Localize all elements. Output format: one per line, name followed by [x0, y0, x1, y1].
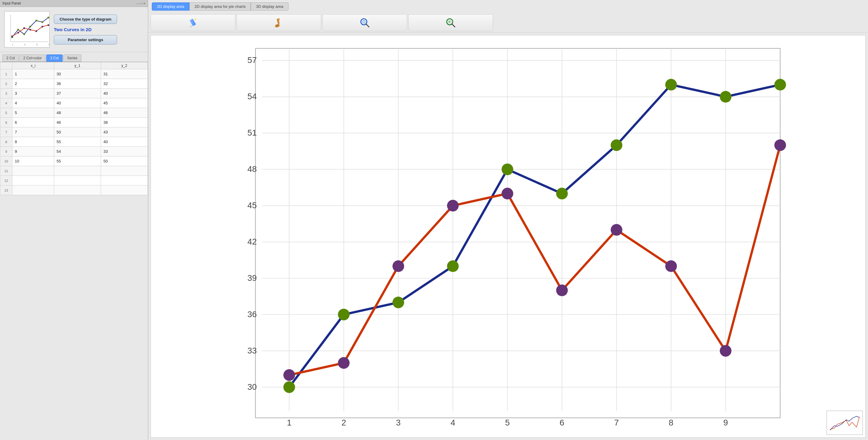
parameter-settings-button[interactable]: Parameter settings	[54, 35, 117, 45]
clear-icon	[273, 17, 284, 28]
cell-x[interactable]: 1	[12, 69, 54, 79]
cell-y1[interactable]: 55	[54, 156, 101, 166]
svg-text:✳: ✳	[448, 20, 451, 24]
tab-2d-pie[interactable]: 2D display area for pie charts	[189, 2, 251, 10]
cell-y1[interactable]	[54, 185, 101, 195]
svg-point-77	[283, 381, 295, 393]
cell-x[interactable]: 8	[12, 137, 54, 147]
cell-y1[interactable]: 50	[54, 127, 101, 137]
cell-y1[interactable]: 46	[54, 118, 101, 127]
cell-y1[interactable]: 30	[54, 69, 101, 79]
chart-thumbnail	[827, 411, 863, 435]
cell-y1[interactable]: 48	[54, 108, 101, 118]
cell-y2[interactable]: 46	[101, 108, 148, 118]
cell-y2[interactable]	[101, 166, 148, 176]
tab-3d-display[interactable]: 3D display area	[251, 2, 288, 10]
svg-point-13	[29, 29, 31, 31]
table-row[interactable]: 8 8 55 40	[0, 137, 148, 147]
col-tabs: 2 Col 2 Col+color 3 Col Series	[0, 52, 148, 62]
cell-x[interactable]	[12, 185, 54, 195]
table-row[interactable]: 4 4 40 45	[0, 98, 148, 108]
cell-x[interactable]: 4	[12, 98, 54, 108]
cell-y1[interactable]	[54, 166, 101, 176]
cell-y2[interactable]: 43	[101, 127, 148, 137]
cell-y2[interactable]: 50	[101, 156, 148, 166]
table-row[interactable]: 10 10 55 50	[0, 156, 148, 166]
col-header-y1: y_1	[54, 62, 101, 69]
cell-x[interactable]: 7	[12, 127, 54, 137]
clear-button[interactable]	[237, 14, 321, 31]
tab-2d-display[interactable]: 2D display area	[152, 2, 189, 10]
table-row[interactable]: 7 7 50 43	[0, 127, 148, 137]
svg-rect-97	[827, 411, 863, 435]
cell-x[interactable]: 5	[12, 108, 54, 118]
table-row[interactable]: 2 2 36 32	[0, 79, 148, 89]
svg-text:9: 9	[723, 418, 728, 427]
cell-x[interactable]: 2	[12, 79, 54, 89]
cell-y2[interactable]: 31	[101, 69, 148, 79]
row-number: 1	[0, 69, 12, 79]
svg-text:48: 48	[247, 164, 257, 174]
cell-y2[interactable]	[101, 185, 148, 195]
right-panel: 2D display area 2D display area for pie …	[148, 0, 868, 440]
svg-point-78	[338, 309, 350, 320]
cell-y2[interactable]	[101, 176, 148, 185]
svg-text:36: 36	[247, 310, 257, 319]
cell-x[interactable]: 3	[12, 89, 54, 98]
svg-point-8	[41, 21, 43, 23]
cell-y2[interactable]: 45	[101, 98, 148, 108]
cell-x[interactable]: 10	[12, 156, 54, 166]
cell-y1[interactable]	[54, 176, 101, 185]
tab-3col[interactable]: 3 Col	[46, 55, 63, 62]
row-number: 13	[0, 185, 12, 195]
col-header-y2: y_2	[101, 62, 148, 69]
table-row[interactable]: 5 5 48 46	[0, 108, 148, 118]
cell-y2[interactable]: 38	[101, 118, 148, 127]
svg-point-87	[283, 369, 295, 381]
svg-point-94	[665, 260, 677, 272]
tab-2col-color[interactable]: 2 Col+color	[19, 55, 46, 62]
svg-text:7: 7	[614, 418, 619, 427]
svg-point-79	[393, 297, 404, 309]
svg-point-5	[23, 33, 25, 35]
table-row[interactable]: 13	[0, 185, 148, 195]
cell-y2[interactable]: 40	[101, 89, 148, 98]
table-row[interactable]: 3 3 37 40	[0, 89, 148, 98]
table-row[interactable]: 9 9 54 33	[0, 147, 148, 156]
row-number: 2	[0, 79, 12, 89]
svg-point-16	[48, 24, 49, 26]
cell-y2[interactable]: 32	[101, 79, 148, 89]
cell-y1[interactable]: 54	[54, 147, 101, 156]
cell-y2[interactable]: 40	[101, 137, 148, 147]
cell-y2[interactable]: 33	[101, 147, 148, 156]
tab-series[interactable]: Series	[63, 55, 81, 62]
data-table-wrapper[interactable]: x_i y_1 y_2 1 1 30 31 2 2 36 32 3 3 37 4…	[0, 62, 148, 440]
svg-rect-0	[4, 11, 50, 48]
cell-x[interactable]: 6	[12, 118, 54, 127]
cell-x[interactable]: 9	[12, 147, 54, 156]
cell-x[interactable]	[12, 176, 54, 185]
cell-y1[interactable]: 36	[54, 79, 101, 89]
cell-y1[interactable]: 37	[54, 89, 101, 98]
cell-y1[interactable]: 40	[54, 98, 101, 108]
table-row[interactable]: 1 1 30 31	[0, 69, 148, 79]
zoom-fit-button[interactable]	[322, 14, 407, 31]
svg-text:42: 42	[247, 237, 257, 246]
svg-point-86	[774, 79, 786, 91]
table-row[interactable]: 11	[0, 166, 148, 176]
zoom-custom-button[interactable]: ✳	[408, 14, 493, 31]
draw-button[interactable]: ✦ ✦	[151, 14, 235, 31]
cell-x[interactable]	[12, 166, 54, 176]
row-number: 4	[0, 98, 12, 108]
svg-point-92	[556, 285, 568, 296]
cell-y1[interactable]: 55	[54, 137, 101, 147]
table-row[interactable]: 12	[0, 176, 148, 185]
choose-diagram-button[interactable]: Choose the type of diagram	[54, 14, 117, 24]
table-row[interactable]: 6 6 46 38	[0, 118, 148, 127]
tab-2col[interactable]: 2 Col	[2, 55, 19, 62]
svg-text:51: 51	[247, 128, 257, 137]
svg-text:7: 7	[49, 43, 50, 46]
svg-line-23	[190, 26, 192, 27]
svg-point-7	[35, 20, 37, 22]
panel-close-buttons[interactable]: — □ ✕	[136, 2, 146, 5]
